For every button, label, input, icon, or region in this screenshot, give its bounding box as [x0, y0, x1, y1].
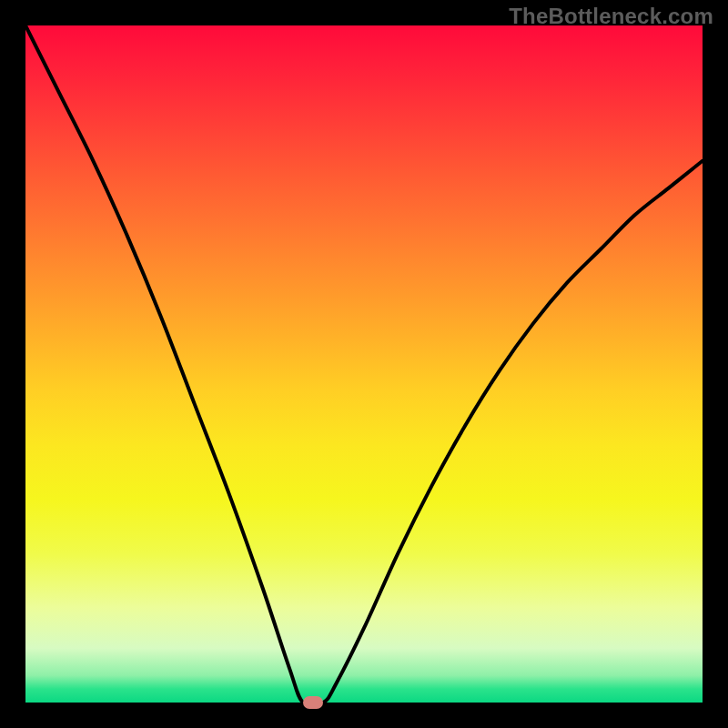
plot-area — [25, 25, 703, 703]
optimal-marker — [303, 696, 323, 709]
curve-path — [25, 25, 703, 703]
chart-frame: TheBottleneck.com — [0, 0, 728, 728]
bottleneck-curve — [25, 25, 703, 703]
